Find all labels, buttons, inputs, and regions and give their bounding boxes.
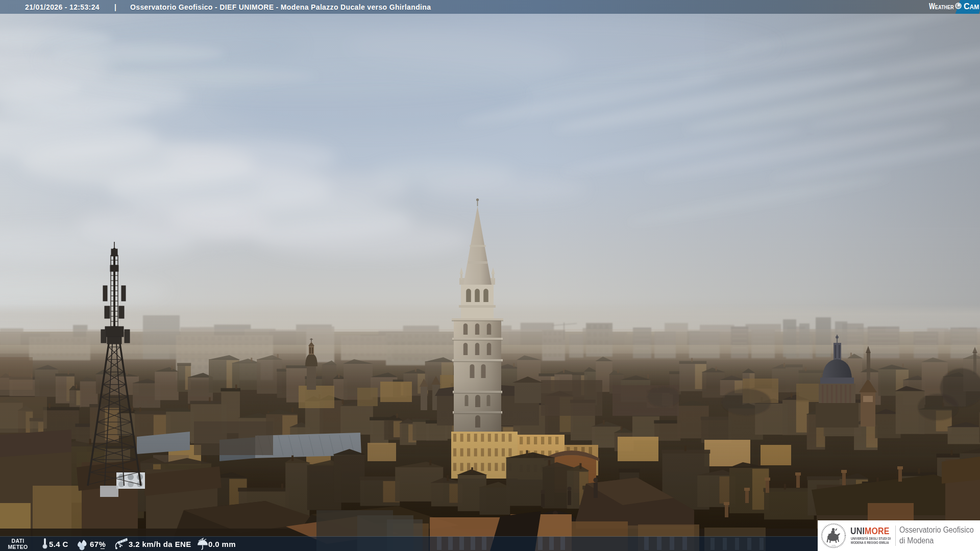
svg-text:1175: 1175 xyxy=(831,544,836,547)
